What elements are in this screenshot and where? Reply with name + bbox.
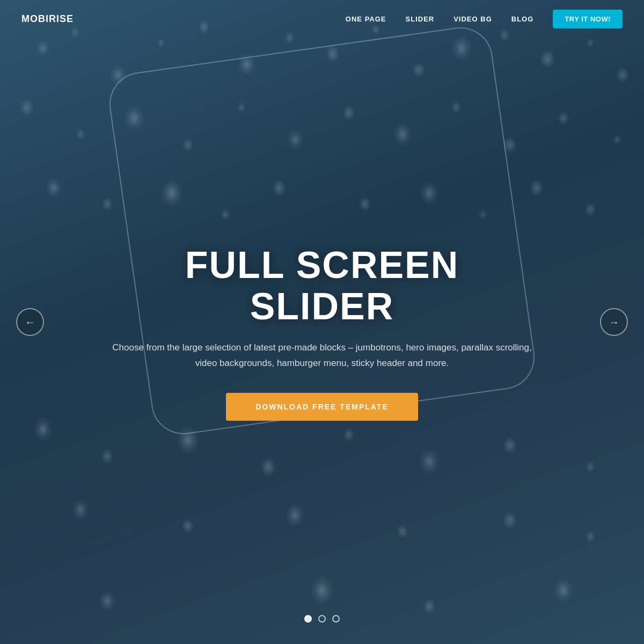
- nav-link-blog[interactable]: BLOG: [511, 15, 534, 23]
- hero-subtitle: Choose from the large selection of lates…: [107, 340, 537, 371]
- brand-logo: MOBIRISE: [21, 13, 74, 25]
- try-it-now-button[interactable]: Try It Now!: [553, 10, 623, 28]
- slider-dot-1[interactable]: [304, 615, 312, 623]
- right-arrow-icon: →: [609, 316, 619, 328]
- nav-link-videobg[interactable]: VIDEO BG: [453, 15, 492, 23]
- slider-dot-3[interactable]: [332, 615, 340, 623]
- slider-dot-2[interactable]: [318, 615, 326, 623]
- slider-prev-button[interactable]: ←: [16, 308, 44, 336]
- nav-links: ONE PAGE SLIDER VIDEO BG BLOG Try It Now…: [346, 10, 623, 28]
- slider-dots: [304, 615, 340, 623]
- navbar: MOBIRISE ONE PAGE SLIDER VIDEO BG BLOG T…: [0, 0, 644, 38]
- hero-title: FULL SCREEN SLIDER: [107, 245, 537, 327]
- download-button[interactable]: DOWNLOAD FREE TEMPLATE: [226, 393, 418, 421]
- nav-link-slider[interactable]: SLIDER: [406, 15, 435, 23]
- hero-content: FULL SCREEN SLIDER Choose from the large…: [107, 245, 537, 421]
- slider-next-button[interactable]: →: [600, 308, 628, 336]
- left-arrow-icon: ←: [25, 316, 35, 328]
- nav-link-onepage[interactable]: ONE PAGE: [346, 15, 386, 23]
- hero-section: MOBIRISE ONE PAGE SLIDER VIDEO BG BLOG T…: [0, 0, 644, 644]
